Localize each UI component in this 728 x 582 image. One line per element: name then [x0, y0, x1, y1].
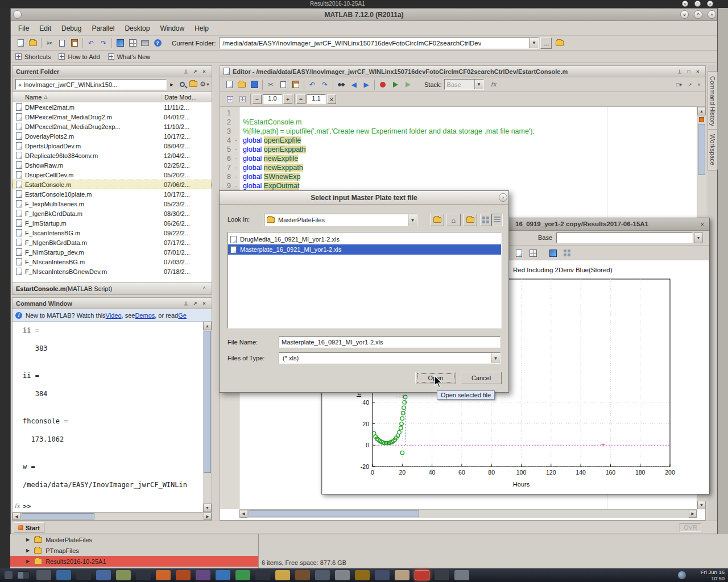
scroll-right-icon[interactable]: ▶ — [689, 510, 697, 518]
tray-icon[interactable] — [678, 571, 686, 579]
bg-minimize-button[interactable]: v — [682, 1, 688, 7]
shortcut-how-to-add[interactable]: How to Add — [68, 53, 100, 60]
taskbar-clock[interactable]: Fri Jun 16 10:50 — [689, 569, 725, 581]
new-file-button[interactable] — [14, 37, 27, 49]
increase-value-button[interactable]: + — [283, 94, 292, 104]
taskbar-terminal-3-icon[interactable] — [255, 570, 270, 580]
scroll-up-icon[interactable]: ▲ — [697, 107, 706, 115]
undo-icon[interactable]: ↶ — [85, 37, 97, 49]
redo-icon[interactable]: ↷ — [318, 78, 331, 91]
save-button[interactable] — [248, 78, 260, 91]
taskbar-office-writer-icon[interactable] — [216, 570, 230, 580]
taskbar-menu-icon[interactable] — [36, 570, 51, 580]
value-field-1[interactable]: 1.0 — [263, 94, 282, 104]
chevron-down-icon[interactable]: ▼ — [474, 80, 483, 89]
cancel-button[interactable]: Cancel — [461, 372, 502, 384]
collapse-details-icon[interactable]: ^ — [200, 285, 208, 293]
copy-button[interactable] — [56, 37, 68, 49]
taskbar-image-viewer-icon[interactable] — [196, 570, 210, 580]
list-view-button[interactable] — [480, 214, 491, 226]
open-file-button[interactable] — [27, 37, 39, 49]
taskbar-pager-icon[interactable] — [56, 570, 71, 580]
taskbar-calculator-icon[interactable] — [375, 570, 390, 580]
taskbar-archive-manager-icon[interactable] — [355, 570, 370, 580]
taskbar-browser-icon[interactable] — [156, 570, 171, 580]
maximize-button[interactable]: ^ — [694, 10, 702, 19]
file-list-item[interactable]: EstartConsole10plate.m 10/17/2... — [13, 189, 212, 199]
editor-hscrollbar[interactable]: ◀ ▶ — [239, 509, 697, 518]
command-window-output[interactable]: ii = 383 ii = 384 fhconsole = 173.1062 w… — [13, 322, 203, 512]
command-prompt-line[interactable]: fx >> — [13, 502, 203, 512]
breadcrumb-expand-button[interactable]: ▸ — [168, 79, 176, 90]
code-line[interactable]: 3 %[file,path] = uiputfile('.mat','Creat… — [220, 127, 697, 136]
dialog-file-list[interactable]: DrugMedia_16_0921_MI_yor1-2.xls Masterpl… — [228, 232, 502, 329]
menu-desktop[interactable]: Desktop — [119, 22, 155, 35]
scroll-down-icon[interactable]: ▼ — [203, 504, 212, 512]
grid-view-icon[interactable] — [527, 247, 539, 259]
insert-section-below-icon[interactable] — [236, 93, 249, 106]
getting-started-link[interactable]: Ge — [178, 312, 187, 319]
stack-combo[interactable]: Base ▼ — [444, 79, 484, 90]
figure-close-icon[interactable]: × — [698, 221, 706, 228]
taskbar-media-player-icon[interactable] — [295, 570, 310, 580]
file-list-item[interactable]: DMPexcel2mat.m 11/11/2... — [13, 102, 212, 112]
multiply-value-button[interactable]: × — [327, 94, 336, 104]
file-list-item[interactable]: DpertsUploadDev.m 08/04/2... — [13, 141, 212, 151]
menu-help[interactable]: Help — [189, 22, 214, 35]
scroll-down-icon[interactable]: ▼ — [697, 501, 706, 509]
taskbar-file-manager-results-icon[interactable] — [415, 570, 429, 580]
taskbar-volume-icon[interactable] — [435, 570, 449, 580]
tree-item[interactable]: ▶ MasterPlateFiles — [10, 534, 258, 545]
set-breakpoint-icon[interactable] — [377, 78, 389, 91]
run-section-button[interactable] — [402, 78, 414, 91]
taskbar-folder-window-icon[interactable] — [275, 570, 290, 580]
taskbar-terminal-2-icon[interactable] — [136, 570, 151, 580]
dialog-file-item[interactable]: DrugMedia_16_0921_MI_yor1-2.xls — [228, 234, 501, 244]
column-date-modified[interactable]: Date Mod... — [162, 94, 212, 101]
shortcuts-label[interactable]: Shortcuts — [24, 53, 51, 60]
dialog-file-item[interactable]: Masterplate_16_0921_MI_yor1-2.xls — [228, 244, 501, 255]
scroll-right-icon[interactable]: ▶ — [204, 513, 212, 520]
actions-gear-icon[interactable]: ⚙▼ — [199, 78, 210, 90]
file-name-input[interactable]: Masterplate_16_0921_MI_yor1-2.xls — [279, 336, 500, 348]
chevron-down-icon[interactable]: ▼ — [408, 214, 417, 226]
command-window-vscrollbar[interactable]: ▲ ▼ — [203, 322, 212, 512]
menu-debug[interactable]: Debug — [56, 22, 86, 35]
scroll-up-icon[interactable]: ▲ — [203, 322, 212, 330]
menu-edit[interactable]: Edit — [34, 22, 56, 35]
code-line[interactable]: 7 - global newExppath — [220, 164, 697, 173]
file-list-item[interactable]: F_IgenBkGrdData.m 08/30/2... — [13, 209, 212, 218]
browse-folder-button[interactable]: … — [540, 38, 552, 49]
figure-combo-arrow-icon[interactable]: ▼ — [694, 232, 703, 243]
file-list-item[interactable]: F_NImStartup_dev.m 07/01/2... — [13, 247, 212, 257]
undo-icon[interactable]: ↶ — [306, 78, 318, 91]
close-button[interactable]: × — [708, 10, 716, 19]
divide-value-button[interactable]: ÷ — [296, 94, 305, 104]
tab-command-history[interactable]: Command History — [708, 71, 718, 131]
up-folder-button[interactable]: ↑ — [553, 37, 565, 49]
code-line[interactable]: 6 - global newExpfile — [220, 155, 697, 164]
video-link[interactable]: Video — [106, 312, 122, 319]
simulink-button[interactable] — [114, 37, 126, 49]
expand-triangle-icon[interactable]: ▶ — [26, 548, 30, 553]
redo-icon[interactable]: ↷ — [97, 37, 110, 49]
maximize-icon[interactable]: □ — [685, 68, 693, 76]
guide-button[interactable] — [126, 37, 139, 49]
undock-document-icon[interactable]: ↗ — [686, 81, 694, 89]
code-line[interactable]: 4 - global openExpfile — [220, 136, 697, 146]
pin-icon[interactable]: ⊥ — [676, 68, 684, 76]
run-button[interactable] — [389, 78, 402, 91]
code-line[interactable]: 1 — [220, 109, 697, 118]
vscroll-thumb[interactable] — [204, 331, 211, 473]
insert-section-icon[interactable] — [224, 93, 236, 106]
up-one-level-button[interactable]: ↑ — [430, 214, 444, 226]
pin-icon[interactable]: ⊥ — [182, 300, 190, 307]
file-list-item[interactable]: F_IscanIntensBG.m 09/22/2... — [13, 228, 212, 238]
dialog-titlebar[interactable]: Select input Master Plate text file × — [220, 191, 508, 205]
file-list-item[interactable]: EstartConsole.m 07/06/2... — [13, 180, 212, 189]
decrease-value-button[interactable]: − — [253, 94, 262, 104]
code-line[interactable]: 9 - global ExpOutmat — [220, 182, 697, 191]
bar-chart-icon[interactable] — [547, 247, 559, 259]
go-forward-icon[interactable]: ▶ — [360, 78, 373, 91]
hscroll-thumb[interactable] — [22, 513, 94, 519]
